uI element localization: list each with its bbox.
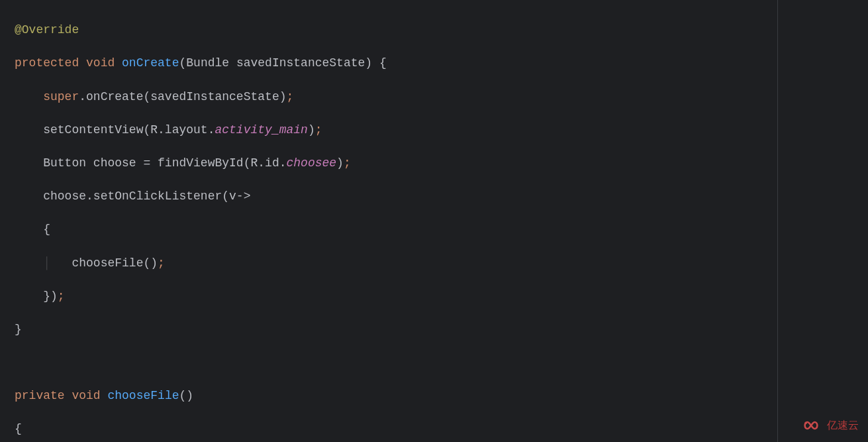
code-line[interactable]: │ chooseFile(); bbox=[15, 255, 777, 272]
watermark-text: 亿速云 bbox=[827, 418, 859, 433]
watermark-logo: 亿速云 bbox=[799, 418, 859, 433]
code-line[interactable] bbox=[15, 355, 777, 371]
code-line[interactable]: { bbox=[15, 421, 777, 437]
code-line[interactable]: super.onCreate(savedInstanceState); bbox=[15, 89, 777, 105]
code-line[interactable]: { bbox=[15, 221, 777, 238]
code-line[interactable]: choose.setOnClickListener(v-> bbox=[15, 188, 777, 205]
code-line[interactable]: } bbox=[15, 321, 777, 338]
scrollbar-gutter[interactable] bbox=[779, 0, 868, 442]
code-line[interactable]: Button choose = findViewById(R.id.choose… bbox=[15, 155, 777, 172]
code-line[interactable]: @Override bbox=[15, 22, 777, 38]
method-choosefile: chooseFile bbox=[107, 389, 179, 402]
infinity-icon bbox=[799, 418, 823, 433]
code-line[interactable]: setContentView(R.layout.activity_main); bbox=[15, 122, 777, 138]
svg-point-0 bbox=[804, 421, 807, 424]
code-line[interactable]: private void chooseFile() bbox=[15, 388, 777, 404]
method-oncreate: onCreate bbox=[122, 56, 179, 70]
code-line[interactable]: }); bbox=[15, 288, 777, 305]
code-editor[interactable]: @Override protected void onCreate(Bundle… bbox=[0, 0, 778, 442]
code-line[interactable]: protected void onCreate(Bundle savedInst… bbox=[15, 55, 777, 72]
annotation: @Override bbox=[15, 23, 79, 36]
